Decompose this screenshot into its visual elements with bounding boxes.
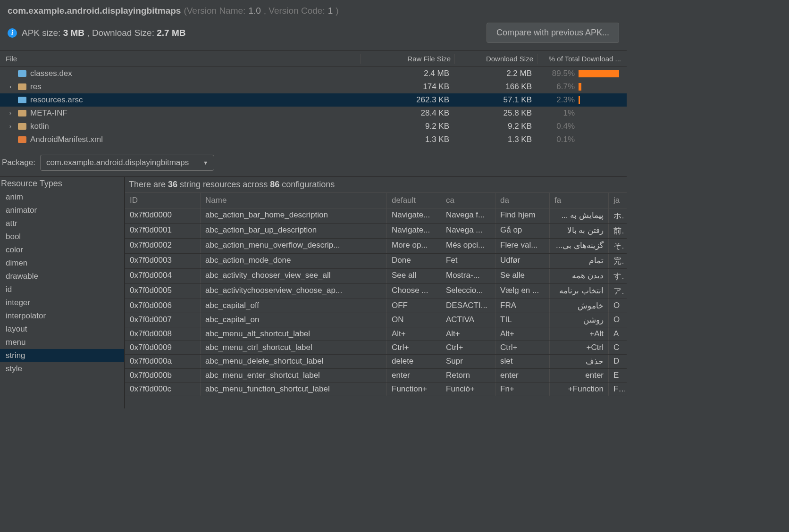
strings-table-row[interactable]: 0x7f0d000aabc_menu_delete_shortcut_label… xyxy=(125,355,627,369)
string-name: abc_menu_alt_shortcut_label xyxy=(201,327,387,341)
string-id: 0x7f0d0007 xyxy=(125,313,201,327)
string-da: Flere val... xyxy=(495,239,550,253)
resource-type-item[interactable]: menu xyxy=(0,336,124,349)
string-default: Navigate... xyxy=(387,224,441,238)
resource-type-item[interactable]: anim xyxy=(0,191,124,204)
strings-table-row[interactable]: 0x7f0d0005abc_activitychooserview_choose… xyxy=(125,284,627,299)
strings-table-row[interactable]: 0x7f0d0002abc_action_menu_overflow_descr… xyxy=(125,239,627,254)
strings-table-row[interactable]: 0x7f0d0006abc_capital_offOFFDESACTI...FR… xyxy=(125,299,627,313)
pct-bar xyxy=(579,83,619,91)
string-ja: す xyxy=(609,269,625,283)
string-da: TIL xyxy=(495,313,550,327)
pct-bar xyxy=(579,96,619,104)
strings-table-row[interactable]: 0x7f0d0003abc_action_mode_doneDoneFetUdf… xyxy=(125,254,627,269)
resource-type-item[interactable]: bool xyxy=(0,230,124,243)
chevron-right-icon[interactable]: › xyxy=(9,123,14,130)
string-da: Gå op xyxy=(495,224,550,238)
string-fa: Ctrl+ xyxy=(550,341,609,354)
string-ca: Més opci... xyxy=(441,239,495,253)
raw-size: 9.2 KB xyxy=(361,122,455,131)
string-name: abc_menu_ctrl_shortcut_label xyxy=(201,341,387,354)
col-file[interactable]: File xyxy=(2,54,361,64)
strings-col-header[interactable]: ca xyxy=(441,193,495,208)
string-fa: روشن xyxy=(550,313,609,327)
file-tree-row[interactable]: classes.dex2.4 MB2.2 MB89.5% xyxy=(0,67,627,80)
string-id: 0x7f0d0002 xyxy=(125,239,201,253)
string-name: abc_activity_chooser_view_see_all xyxy=(201,269,387,283)
file-tree-row[interactable]: ›META-INF28.4 KB25.8 KB1% xyxy=(0,107,627,120)
package-label: Package: xyxy=(2,158,35,167)
strings-table-row[interactable]: 0x7f0d0009abc_menu_ctrl_shortcut_labelCt… xyxy=(125,341,627,355)
resource-type-item[interactable]: id xyxy=(0,283,124,296)
config-count: 86 xyxy=(270,180,279,189)
resource-type-item[interactable]: animator xyxy=(0,204,124,217)
resource-type-item[interactable]: attr xyxy=(0,217,124,230)
download-size: 2.2 MB xyxy=(455,69,537,78)
chevron-right-icon[interactable]: › xyxy=(9,110,14,116)
strings-col-header[interactable]: ID xyxy=(125,193,201,208)
resource-type-item[interactable]: drawable xyxy=(0,270,124,283)
resource-type-item[interactable]: interpolator xyxy=(0,309,124,323)
strings-table-row[interactable]: 0x7f0d0000abc_action_bar_home_descriptio… xyxy=(125,208,627,224)
string-fa: تمام xyxy=(550,254,609,268)
string-fa: حذف xyxy=(550,355,609,368)
string-name: abc_action_mode_done xyxy=(201,254,387,268)
strings-col-header[interactable]: Name xyxy=(201,193,387,208)
string-default: delete xyxy=(387,355,441,368)
strings-col-header[interactable]: fa xyxy=(550,193,609,208)
strings-table-row[interactable]: 0x7f0d0007abc_capital_onONACTIVATILروشنO xyxy=(125,313,627,327)
string-ca: ACTIVA xyxy=(441,313,495,327)
pct: 2.3% xyxy=(549,95,575,105)
string-default: Done xyxy=(387,254,441,268)
resource-type-item[interactable]: string xyxy=(0,349,124,362)
string-name: abc_action_bar_home_description xyxy=(201,208,387,223)
strings-table-row[interactable]: 0x7f0d000cabc_menu_function_shortcut_lab… xyxy=(125,382,627,396)
compare-previous-apk-button[interactable]: Compare with previous APK... xyxy=(487,23,619,43)
file-name: AndroidManifest.xml xyxy=(30,135,103,144)
package-select-value: com.example.android.displayingbitmaps xyxy=(46,158,189,167)
resource-type-item[interactable]: color xyxy=(0,243,124,257)
string-name: abc_action_bar_up_description xyxy=(201,224,387,238)
pct-bar xyxy=(579,136,619,143)
col-raw-size[interactable]: Raw File Size xyxy=(361,54,455,64)
file-tree-row[interactable]: ›kotlin9.2 KB9.2 KB0.4% xyxy=(0,120,627,133)
resource-type-item[interactable]: dimen xyxy=(0,257,124,270)
resource-types-panel: Resource Types animanimatorattrboolcolor… xyxy=(0,177,125,408)
chevron-right-icon[interactable]: › xyxy=(9,83,14,90)
package-select[interactable]: com.example.android.displayingbitmaps ▼ xyxy=(40,155,214,171)
strings-table-row[interactable]: 0x7f0d0001abc_action_bar_up_descriptionN… xyxy=(125,224,627,239)
string-default: OFF xyxy=(387,299,441,313)
resource-type-item[interactable]: integer xyxy=(0,296,124,309)
file-icon xyxy=(18,83,26,90)
string-name: abc_action_menu_overflow_descrip... xyxy=(201,239,387,253)
resource-type-item[interactable]: style xyxy=(0,362,124,375)
col-pct-download[interactable]: % of Total Download ... xyxy=(537,54,625,64)
paren-close: ) xyxy=(336,6,338,16)
string-id: 0x7f0d0009 xyxy=(125,341,201,354)
string-name: abc_capital_on xyxy=(201,313,387,327)
pct: 1% xyxy=(549,108,575,118)
header: com.example.android.displayingbitmaps (V… xyxy=(0,0,627,46)
string-id: 0x7f0d000c xyxy=(125,382,201,396)
strings-table-row[interactable]: 0x7f0d0004abc_activity_chooser_view_see_… xyxy=(125,269,627,284)
string-ja: ホ xyxy=(609,208,625,223)
string-fa: دیدن همه xyxy=(550,269,609,283)
strings-col-header[interactable]: da xyxy=(495,193,550,208)
strings-table-row[interactable]: 0x7f0d000babc_menu_enter_shortcut_labele… xyxy=(125,369,627,382)
string-id: 0x7f0d0005 xyxy=(125,284,201,299)
strings-col-header[interactable]: ja xyxy=(609,193,625,208)
file-icon xyxy=(18,123,26,130)
file-tree-row[interactable]: AndroidManifest.xml1.3 KB1.3 KB0.1% xyxy=(0,133,627,146)
raw-size: 262.3 KB xyxy=(361,95,455,105)
string-default: Function+ xyxy=(387,382,441,396)
string-default: enter xyxy=(387,369,441,382)
strings-col-header[interactable]: default xyxy=(387,193,441,208)
file-icon xyxy=(18,136,26,143)
string-da: enter xyxy=(495,369,550,382)
strings-table-row[interactable]: 0x7f0d0008abc_menu_alt_shortcut_labelAlt… xyxy=(125,327,627,341)
col-download-size[interactable]: Download Size xyxy=(455,54,537,64)
file-tree-row[interactable]: ›res174 KB166 KB6.7% xyxy=(0,80,627,93)
resource-type-item[interactable]: layout xyxy=(0,323,124,336)
pct-bar xyxy=(579,70,619,77)
file-tree-row[interactable]: resources.arsc262.3 KB57.1 KB2.3% xyxy=(0,93,627,107)
